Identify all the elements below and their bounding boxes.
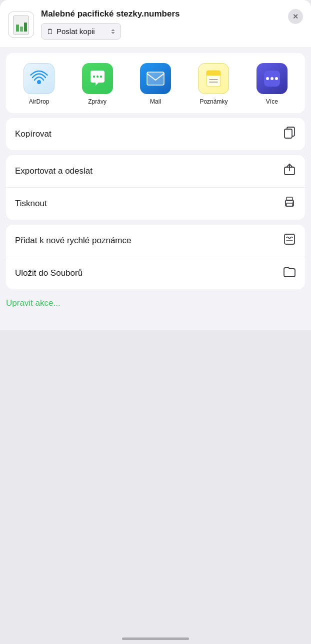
notes-icon [198,63,229,94]
app-item-mail[interactable]: Mail [126,63,184,105]
svg-point-14 [266,77,269,80]
copy-icon [283,126,296,142]
print-icon [283,196,296,212]
svg-point-0 [37,80,41,84]
action-selector[interactable]: 🗒 Poslat kopii [41,23,121,40]
edit-actions-section: Upravit akce... [6,296,305,310]
chevron-updown-icon [110,28,116,35]
svg-point-15 [275,77,278,80]
app-item-messages[interactable]: Zprávy [68,63,126,105]
app-label-airdrop: AirDrop [29,98,50,105]
folder-icon [283,265,296,281]
apps-row: AirDrop Zprávy Mail [6,53,305,113]
action-print[interactable]: Tisknout [6,188,305,220]
svg-point-23 [292,202,294,203]
copy-label: Kopírovat [15,129,52,139]
file-icon [8,12,34,38]
svg-point-1 [92,76,94,78]
action-selector-label: Poslat kopii [56,27,108,36]
home-indicator [122,637,189,640]
file-title: Malebné pacifické stezky.numbers [41,9,281,19]
app-item-airdrop[interactable]: AirDrop [10,63,68,105]
action-group-1: Kopírovat [6,118,305,150]
action-group-2: Exportovat a odeslat Tisknout [6,155,305,220]
share-sheet: Malebné pacifické stezky.numbers 🗒 Posla… [0,0,311,330]
save-files-label: Uložit do Souborů [15,268,82,278]
action-copy[interactable]: Kopírovat [6,118,305,150]
close-icon: ✕ [292,13,298,20]
svg-rect-9 [206,73,220,76]
app-label-notes: Poznámky [200,98,228,105]
more-icon [256,63,288,94]
svg-rect-24 [284,234,294,244]
app-label-mail: Mail [150,98,161,105]
app-item-more[interactable]: Více [243,63,301,105]
svg-point-13 [270,77,274,80]
airdrop-icon [24,63,54,94]
svg-point-2 [96,76,98,78]
app-item-notes[interactable]: Poznámky [184,63,242,105]
close-button[interactable]: ✕ [288,9,303,24]
messages-icon [82,63,113,94]
document-icon: 🗒 [46,28,54,36]
edit-actions-link[interactable]: Upravit akce... [6,298,60,308]
share-header: Malebné pacifické stezky.numbers 🗒 Posla… [0,0,311,48]
svg-point-3 [100,76,102,78]
export-icon [283,163,296,179]
mail-icon [140,63,171,94]
svg-rect-17 [284,129,292,138]
quicknote-icon [283,233,296,249]
app-label-more: Více [266,98,278,105]
action-export[interactable]: Exportovat a odeslat [6,155,305,188]
action-save-files[interactable]: Uložit do Souborů [6,257,305,289]
svg-rect-4 [147,72,164,85]
header-text: Malebné pacifické stezky.numbers 🗒 Posla… [41,9,281,40]
quicknote-label: Přidat k nové rychlé poznámce [15,236,131,246]
action-group-3: Přidat k nové rychlé poznámce Uložit do … [6,225,305,289]
app-label-messages: Zprávy [88,98,106,105]
action-quicknote[interactable]: Přidat k nové rychlé poznámce [6,225,305,257]
print-label: Tisknout [15,199,47,209]
export-label: Exportovat a odeslat [15,166,92,176]
